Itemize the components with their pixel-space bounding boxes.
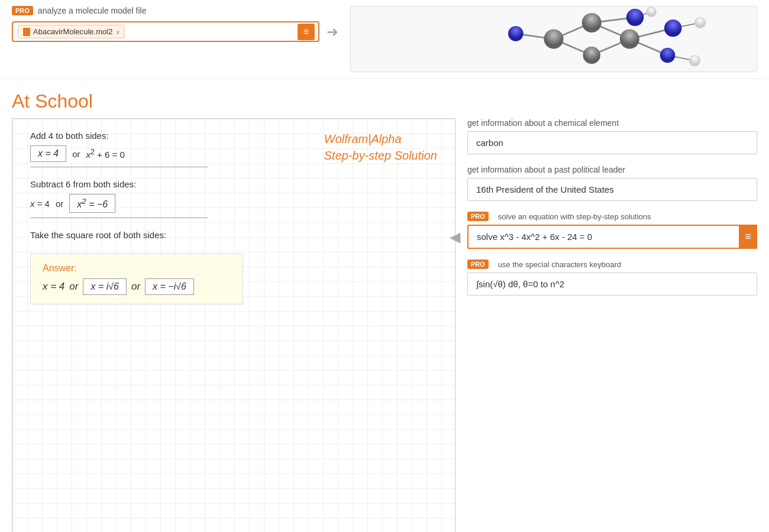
school-title: At School	[12, 90, 757, 112]
submit-button[interactable]: ≡	[298, 24, 315, 40]
special-chars-group: PRO use the special characters keyboard	[467, 259, 757, 296]
step1-expr1: x = 4	[30, 145, 66, 162]
political-leader-group: get information about a past political l…	[467, 165, 757, 201]
info2-label: get information about a past political l…	[467, 165, 757, 174]
svg-point-20	[689, 56, 700, 66]
answer-or2: or	[131, 281, 140, 293]
answer-label: Answer:	[43, 263, 231, 274]
equation-input-wrapper: ◀ ≡	[467, 225, 757, 249]
pro-badge: PRO	[12, 6, 33, 15]
svg-point-17	[660, 48, 676, 63]
special-chars-input[interactable]	[467, 273, 757, 296]
step1-or: or	[72, 149, 80, 159]
political-leader-input[interactable]	[467, 178, 757, 201]
pro-row-2: PRO solve an equation with step-by-step …	[467, 212, 757, 221]
equation-group: PRO solve an equation with step-by-step …	[467, 212, 757, 249]
pro2-label: solve an equation with step-by-step solu…	[498, 212, 651, 221]
equation-input-group: ≡	[467, 225, 757, 249]
math-step-3: Take the square root of both sides: Answ…	[30, 230, 437, 304]
step2-label: Subtract 6 from both sides:	[30, 179, 437, 189]
divider2	[30, 218, 208, 218]
top-section: PRO analyze a molecule model file Abacav…	[0, 0, 769, 79]
info1-label: get information about a chemical element	[467, 118, 757, 128]
pro-badge-2: PRO	[467, 212, 489, 221]
chemical-element-input[interactable]	[467, 131, 757, 154]
math-workbook: Wolfram|Alpha Step-by-step Solution Add …	[12, 118, 455, 532]
close-icon[interactable]: x	[116, 28, 119, 35]
svg-point-18	[508, 26, 524, 41]
answer-box1: x = i√6	[83, 278, 126, 295]
answer-expr1: x = 4	[43, 281, 64, 293]
pro3-label: use the special characters keyboard	[498, 260, 621, 269]
step2-or: or	[56, 199, 63, 209]
equation-input[interactable]	[467, 225, 757, 249]
math-content: Wolfram|Alpha Step-by-step Solution Add …	[12, 119, 455, 532]
school-section-header: At School	[0, 79, 769, 118]
molecule-svg	[351, 7, 757, 72]
file-input-wrapper: AbacavirMolecule.mol2 x ≡	[12, 21, 319, 42]
school-right-panel: get information about a chemical element…	[467, 118, 757, 532]
school-content: Wolfram|Alpha Step-by-step Solution Add …	[0, 118, 769, 532]
svg-point-21	[647, 7, 657, 17]
file-tag[interactable]: AbacavirMolecule.mol2 x	[18, 25, 125, 38]
svg-point-11	[544, 30, 564, 49]
step2-expr1: x = 4	[30, 199, 50, 209]
svg-point-13	[620, 30, 639, 49]
math-step-2: Subtract 6 from both sides: x = 4 or x2 …	[30, 179, 437, 218]
wolfram-line2: Step-by-step Solution	[324, 147, 437, 164]
pro-row-3: PRO use the special characters keyboard	[467, 259, 757, 269]
step2-expr2: x2 = −6	[69, 194, 115, 213]
answer-expressions: x = 4 or x = i√6 or x = −i√6	[43, 278, 231, 295]
svg-point-16	[664, 20, 681, 37]
svg-point-12	[582, 13, 602, 33]
arrow-right-icon: ➜	[327, 24, 338, 40]
svg-point-19	[694, 17, 705, 28]
step1-expr2: x2 + 6 = 0	[86, 148, 124, 160]
top-left-panel: PRO analyze a molecule model file Abacav…	[12, 6, 350, 42]
answer-box2: x = −i√6	[145, 278, 194, 295]
svg-point-15	[626, 9, 644, 26]
equation-submit-button[interactable]: ≡	[739, 225, 757, 249]
wolfram-label: Wolfram|Alpha Step-by-step Solution	[324, 131, 437, 164]
chemical-element-group: get information about a chemical element	[467, 118, 757, 154]
svg-point-14	[583, 47, 600, 64]
pro-badge-3: PRO	[467, 259, 489, 269]
molecule-display	[350, 6, 757, 72]
answer-box: Answer: x = 4 or x = i√6 or x = −i√6	[30, 254, 243, 304]
step2-expressions: x = 4 or x2 = −6	[30, 194, 437, 213]
wolfram-line1: Wolfram|Alpha	[324, 131, 437, 147]
file-name: AbacavirMolecule.mol2	[33, 27, 112, 36]
step3-label: Take the square root of both sides:	[30, 230, 437, 240]
pro-bar: PRO analyze a molecule model file	[12, 6, 338, 15]
file-icon	[23, 28, 30, 36]
divider1	[30, 167, 208, 167]
answer-or1: or	[69, 281, 78, 293]
pro-description: analyze a molecule model file	[38, 6, 147, 15]
